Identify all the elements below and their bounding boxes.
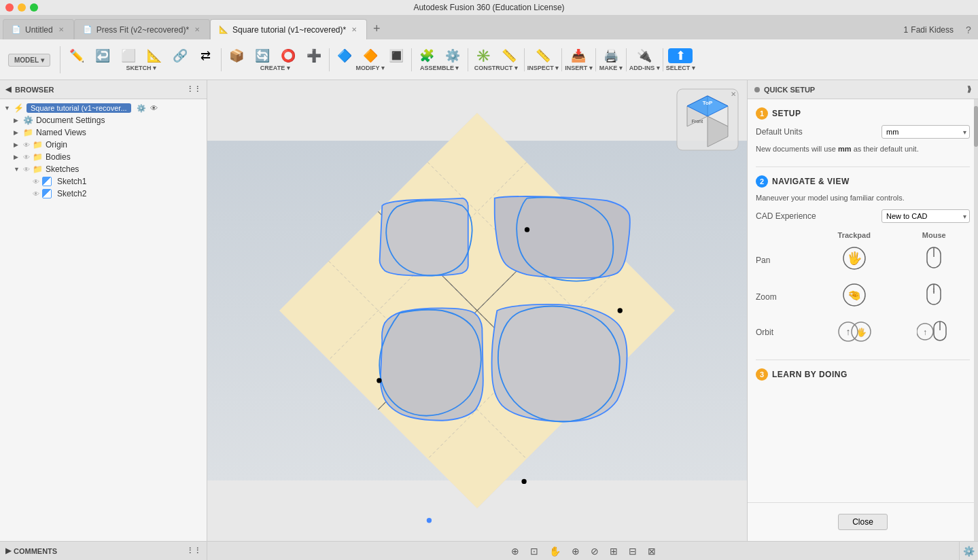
qs-setup-header: 1 SETUP: [756, 107, 970, 120]
addins-button[interactable]: 🔌: [632, 48, 657, 63]
status-icon-1[interactable]: ⊕: [508, 544, 522, 558]
comments-collapse-icon[interactable]: ⋮⋮: [186, 546, 201, 555]
tab-untitled[interactable]: 📄 Untitled ✕: [3, 19, 74, 39]
browser-expand-icon[interactable]: ⋮⋮: [186, 85, 201, 94]
status-icon-grid[interactable]: ⊞: [607, 544, 621, 558]
qs-navigate-title: NAVIGATE & VIEW: [772, 177, 850, 186]
fillet-button[interactable]: 🔷: [332, 48, 357, 63]
qs-expand-icon[interactable]: ⟫: [967, 85, 971, 94]
zoom-label: Zoom: [756, 292, 810, 302]
tree-icon-sketch1: [42, 177, 52, 186]
qs-scrollbar-thumb[interactable]: [974, 106, 978, 147]
viewcube[interactable]: ToP Front ✕: [674, 86, 741, 154]
tree-gear-root[interactable]: ⚙️: [137, 104, 146, 113]
tab-pressfit-close[interactable]: ✕: [193, 26, 201, 33]
dimension-button[interactable]: 📐: [142, 48, 167, 63]
svg-text:✕: ✕: [731, 90, 736, 98]
qs-cad-exp-select-wrap: New to CAD Fusion 360 SolidWorks CATIA N…: [881, 209, 970, 223]
maximize-window-button[interactable]: [30, 3, 38, 12]
undo-button[interactable]: ↩️: [90, 48, 115, 63]
midplane-button[interactable]: 📏: [497, 48, 521, 63]
tab-bar: 📄 Untitled ✕ 📄 Press Fit (v2~recovered)*…: [0, 15, 978, 39]
create-more-button[interactable]: ➕: [302, 48, 326, 63]
orbit-label: Orbit: [756, 328, 810, 337]
tree-arrow-sketches: ▼: [14, 166, 20, 173]
user-count: 1: [904, 25, 909, 35]
status-icon-layout[interactable]: ⊠: [645, 544, 659, 558]
tree-item-sketches[interactable]: ▼ 👁 📁 Sketches: [0, 163, 207, 175]
tree-eye-bodies: 👁: [23, 154, 30, 161]
select-button[interactable]: ⬆: [668, 48, 693, 63]
tab-pressfit-icon: 📄: [83, 25, 92, 34]
qs-navigate-header: 2 NAVIGATE & VIEW: [756, 175, 970, 188]
add-tab-button[interactable]: +: [367, 19, 386, 38]
tree-item-docsettings[interactable]: ▶ ⚙️ Document Settings: [0, 114, 207, 126]
help-button[interactable]: ?: [959, 20, 978, 39]
offset-plane-button[interactable]: ✳️: [471, 48, 495, 63]
window-controls: [5, 3, 38, 12]
pan-label: Pan: [756, 256, 810, 265]
tab-square-close[interactable]: ✕: [350, 26, 358, 33]
viewcube-svg: ToP Front ✕: [674, 86, 741, 154]
tree-item-sketch2[interactable]: 👁 Sketch2: [0, 188, 207, 200]
constraints-button[interactable]: 🔗: [168, 48, 192, 63]
chamfer-button[interactable]: 🔶: [358, 48, 383, 63]
qs-units-select[interactable]: mm cm m in ft: [881, 125, 970, 139]
toolbar-section-sketch: ✏️ ↩️ ⬜ 📐 🔗 ⇄ SKETCH ▾: [65, 48, 222, 71]
new-component-button[interactable]: 🧩: [415, 48, 439, 63]
status-icon-3[interactable]: ✋: [546, 544, 563, 558]
qs-learn-section: 3 LEARN BY DOING: [756, 368, 970, 381]
tab-untitled-close[interactable]: ✕: [57, 26, 65, 33]
tree-settings-root[interactable]: 👁: [150, 104, 158, 112]
hole-button[interactable]: ⭕: [276, 48, 300, 63]
tree-item-origin[interactable]: ▶ 👁 📁 Origin: [0, 139, 207, 151]
tab-square[interactable]: 📐 Square tutorial (v1~recovered)* ✕: [210, 19, 367, 39]
qs-cad-exp-select[interactable]: New to CAD Fusion 360 SolidWorks CATIA N…: [881, 209, 970, 223]
sketch-button[interactable]: ✏️: [65, 48, 89, 63]
tree-arrow-namedviews: ▶: [14, 129, 20, 136]
svg-point-14: [427, 518, 432, 523]
qs-setup-number: 1: [756, 107, 768, 120]
title-bar: Autodesk Fusion 360 (Education License): [0, 0, 978, 15]
tab-pressfit[interactable]: 📄 Press Fit (v2~recovered)* ✕: [74, 19, 210, 39]
svg-text:ToP: ToP: [703, 100, 713, 106]
tree-item-bodies[interactable]: ▶ 👁 📁 Bodies: [0, 151, 207, 163]
extrude-button[interactable]: 📦: [224, 48, 249, 63]
status-icon-5[interactable]: ⊘: [588, 544, 601, 558]
tree-label-origin: Origin: [46, 140, 67, 150]
svg-text:↕: ↕: [932, 286, 936, 294]
status-icon-2[interactable]: ⊡: [527, 544, 541, 558]
qs-units-select-wrap: mm cm m in ft: [881, 125, 970, 139]
qs-close-button[interactable]: Close: [838, 514, 888, 530]
joint-button[interactable]: ⚙️: [440, 48, 465, 63]
model-menu[interactable]: MODEL ▾: [8, 54, 50, 67]
canvas-svg: [207, 80, 747, 541]
sidebar-collapse-icon[interactable]: ◀: [5, 85, 11, 94]
close-window-button[interactable]: [5, 3, 14, 12]
modify-section-label: MODIFY ▾: [356, 65, 385, 71]
shell-button[interactable]: 🔳: [384, 48, 408, 63]
status-icon-4[interactable]: ⊕: [569, 544, 582, 558]
tree-item-sketch1[interactable]: 👁 Sketch1: [0, 175, 207, 188]
settings-button[interactable]: ⚙️: [959, 542, 978, 561]
comments-expand-icon[interactable]: ▶: [5, 546, 11, 555]
user-info[interactable]: 1 Fadi Kidess: [898, 20, 959, 39]
tree-eye-sketch2: 👁: [33, 190, 39, 198]
insert-button[interactable]: 📥: [566, 48, 591, 63]
tree-item-namedviews[interactable]: ▶ 📁 Named Views: [0, 126, 207, 139]
zoom-mouse-icon: ↕: [898, 281, 971, 313]
tree-item-root[interactable]: ▼ ⚡ Square tutorial (v1~recover... ⚙️ 👁: [0, 102, 207, 114]
tab-pressfit-label: Press Fit (v2~recovered)*: [97, 25, 189, 35]
tree-eye-sketches: 👁: [23, 166, 30, 173]
minimize-window-button[interactable]: [18, 3, 26, 12]
mirror-button[interactable]: ⇄: [194, 48, 218, 63]
revolve-button[interactable]: 🔄: [250, 48, 275, 63]
qs-scrollbar[interactable]: [974, 99, 978, 541]
tree-icon-namedviews: 📁: [23, 128, 33, 137]
stop-sketch-button[interactable]: ⬜: [116, 48, 141, 63]
make-button[interactable]: 🖨️: [599, 48, 623, 63]
tree-label-bodies: Bodies: [46, 152, 71, 162]
measure-button[interactable]: 📏: [531, 48, 555, 63]
viewport[interactable]: ToP Front ✕: [207, 80, 747, 541]
status-icon-display[interactable]: ⊟: [626, 544, 640, 558]
